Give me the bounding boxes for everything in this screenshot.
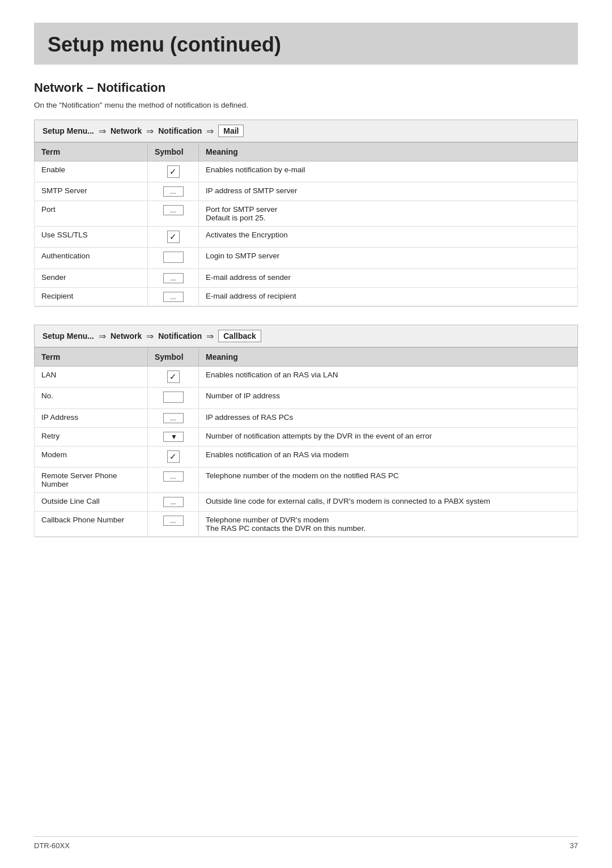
symbol-cell: ...	[148, 288, 199, 307]
term-cell: Sender	[35, 269, 148, 288]
symbol-dots: ...	[163, 497, 184, 507]
term-cell: Modem	[35, 446, 148, 467]
symbol-check: ✓	[167, 231, 180, 243]
meaning-cell: Outside line code for external calls, if…	[199, 493, 578, 512]
table-header-row-2: Term Symbol Meaning	[35, 348, 578, 367]
breadcrumb-arrow-1a: ⇒	[99, 126, 106, 137]
footer-model: DTR-60XX	[34, 841, 70, 850]
meaning-cell: Enables notification by e-mail	[199, 161, 578, 182]
symbol-dots: ...	[163, 516, 184, 526]
symbol-cell: ✓	[148, 367, 199, 388]
symbol-dots: ...	[163, 273, 184, 283]
breadcrumb-arrow-2a: ⇒	[99, 331, 106, 342]
breadcrumb-arrow-2c: ⇒	[206, 331, 214, 342]
breadcrumb-dest-2: Callback	[218, 330, 261, 342]
table-row: Sender ... E-mail address of sender	[35, 269, 578, 288]
table-row: LAN✓Enables notification of an RAS via L…	[35, 367, 578, 388]
term-cell: Recipient	[35, 288, 148, 307]
footer-page: 37	[570, 841, 578, 850]
meaning-cell: Number of IP address	[199, 388, 578, 409]
meaning-cell: E-mail address of recipient	[199, 288, 578, 307]
symbol-cell: ...	[148, 512, 199, 537]
symbol-cell	[148, 248, 199, 269]
symbol-cell: ✓	[148, 446, 199, 467]
symbol-plain	[163, 392, 184, 403]
table-row: AuthenticationLogin to SMTP server	[35, 248, 578, 269]
symbol-cell: ...	[148, 409, 199, 428]
page-title: Setup menu (continued)	[48, 33, 281, 56]
table-row: Outside Line Call ... Outside line code …	[35, 493, 578, 512]
col-symbol-1: Symbol	[148, 143, 199, 161]
meaning-cell: Login to SMTP server	[199, 248, 578, 269]
symbol-cell: ✓	[148, 161, 199, 182]
breadcrumb-arrow-2b: ⇒	[146, 331, 154, 342]
table-row: Recipient ... E-mail address of recipien…	[35, 288, 578, 307]
symbol-cell: ✓	[148, 227, 199, 248]
meaning-cell: E-mail address of sender	[199, 269, 578, 288]
breadcrumb-2: Setup Menu... ⇒ Network ⇒ Notification ⇒…	[34, 325, 578, 347]
symbol-check: ✓	[167, 450, 180, 463]
term-cell: Remote Server Phone Number	[35, 467, 148, 493]
meaning-cell: IP addresses of RAS PCs	[199, 409, 578, 428]
term-cell: Callback Phone Number	[35, 512, 148, 537]
meaning-cell: Number of notification attempts by the D…	[199, 428, 578, 446]
table-row: Use SSL/TLS✓Activates the Encryption	[35, 227, 578, 248]
symbol-cell: ...	[148, 269, 199, 288]
col-term-2: Term	[35, 348, 148, 367]
page-title-bar: Setup menu (continued)	[34, 23, 578, 65]
table-row: Modem✓Enables notification of an RAS via…	[35, 446, 578, 467]
meaning-cell: Telephone number of the modem on the not…	[199, 467, 578, 493]
table-row: Retry ▼ Number of notification attempts …	[35, 428, 578, 446]
table-header-row-1: Term Symbol Meaning	[35, 143, 578, 161]
symbol-dropdown: ▼	[163, 432, 184, 442]
meaning-cell: Activates the Encryption	[199, 227, 578, 248]
symbol-cell	[148, 388, 199, 409]
term-cell: Enable	[35, 161, 148, 182]
section-description: On the "Notification" menu the method of…	[34, 101, 578, 109]
col-term-1: Term	[35, 143, 148, 161]
page-wrapper: Setup menu (continued) Network – Notific…	[0, 0, 612, 589]
breadcrumb-network-1: Network	[110, 126, 142, 135]
breadcrumb-arrow-1c: ⇒	[206, 126, 214, 137]
symbol-cell: ...	[148, 467, 199, 493]
table-mail: Term Symbol Meaning Enable✓Enables notif…	[34, 142, 578, 307]
col-symbol-2: Symbol	[148, 348, 199, 367]
term-cell: IP Address	[35, 409, 148, 428]
meaning-cell: Telephone number of DVR's modemThe RAS P…	[199, 512, 578, 537]
table-row: IP Address ... IP addresses of RAS PCs	[35, 409, 578, 428]
symbol-cell: ...	[148, 201, 199, 227]
breadcrumb-dest-1: Mail	[218, 125, 244, 137]
table-row: Enable✓Enables notification by e-mail	[35, 161, 578, 182]
symbol-dots: ...	[163, 292, 184, 302]
col-meaning-1: Meaning	[199, 143, 578, 161]
symbol-cell: ...	[148, 182, 199, 201]
term-cell: Retry	[35, 428, 148, 446]
table-row: Remote Server Phone Number ... Telephone…	[35, 467, 578, 493]
term-cell: Port	[35, 201, 148, 227]
term-cell: LAN	[35, 367, 148, 388]
col-meaning-2: Meaning	[199, 348, 578, 367]
meaning-cell: IP address of SMTP server	[199, 182, 578, 201]
table-row: SMTP Server ... IP address of SMTP serve…	[35, 182, 578, 201]
term-cell: Outside Line Call	[35, 493, 148, 512]
term-cell: Authentication	[35, 248, 148, 269]
term-cell: SMTP Server	[35, 182, 148, 201]
breadcrumb-arrow-1b: ⇒	[146, 126, 154, 137]
symbol-plain	[163, 252, 184, 263]
term-cell: Use SSL/TLS	[35, 227, 148, 248]
symbol-dots: ...	[163, 205, 184, 215]
breadcrumb-1: Setup Menu... ⇒ Network ⇒ Notification ⇒…	[34, 120, 578, 142]
symbol-dots: ...	[163, 186, 184, 197]
symbol-dots: ...	[163, 413, 184, 423]
breadcrumb-setup-2: Setup Menu...	[42, 331, 94, 341]
table-row: No.Number of IP address	[35, 388, 578, 409]
page-footer: DTR-60XX 37	[34, 836, 578, 850]
symbol-check: ✓	[167, 165, 180, 178]
table-row: Port ... Port for SMTP serverDefault is …	[35, 201, 578, 227]
symbol-check: ✓	[167, 371, 180, 383]
table-row: Callback Phone Number ... Telephone numb…	[35, 512, 578, 537]
breadcrumb-notification-2: Notification	[158, 331, 202, 341]
breadcrumb-network-2: Network	[110, 331, 142, 341]
meaning-cell: Enables notification of an RAS via modem	[199, 446, 578, 467]
symbol-dots: ...	[163, 471, 184, 482]
